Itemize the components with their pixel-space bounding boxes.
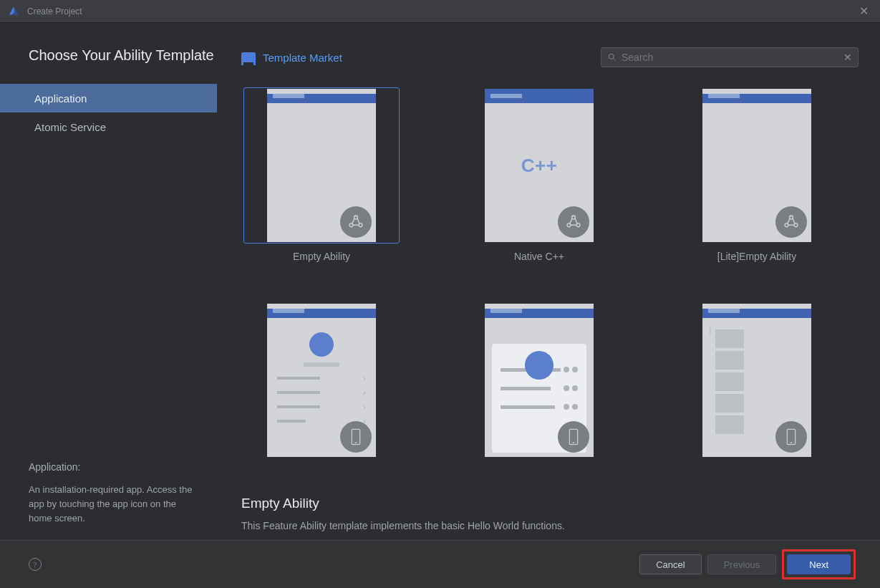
cancel-button[interactable]: Cancel [639, 554, 701, 574]
sidebar-desc-title: Application: [29, 461, 217, 473]
next-button[interactable]: Next [787, 554, 851, 574]
template-grid: Empty Ability C++ Native C++ [241, 87, 859, 458]
close-icon[interactable]: ✕ [855, 4, 873, 18]
svg-point-6 [567, 223, 571, 227]
phone-badge-icon [340, 421, 372, 453]
template-empty-ability[interactable]: Empty Ability [241, 87, 402, 262]
svg-rect-11 [352, 429, 359, 444]
phone-badge-icon [775, 421, 807, 453]
next-highlight: Next [782, 549, 856, 579]
app-logo-icon [7, 5, 20, 18]
cpp-icon: C++ [521, 155, 558, 177]
search-clear-icon[interactable]: ✕ [843, 52, 852, 63]
template-native-cpp[interactable]: C++ Native C++ [459, 87, 619, 262]
template-lite-empty-ability[interactable]: [Lite]Empty Ability [677, 87, 837, 262]
ring-badge-icon [775, 206, 807, 238]
svg-point-0 [609, 54, 614, 59]
svg-point-7 [576, 223, 580, 227]
svg-rect-13 [569, 429, 577, 444]
svg-rect-15 [787, 429, 795, 444]
window-title: Create Project [27, 6, 855, 16]
template-caption: Native C++ [514, 251, 564, 262]
ring-badge-icon [558, 206, 589, 238]
selected-template-desc: This Feature Ability template implements… [241, 520, 859, 531]
page-title: Choose Your Ability Template [29, 47, 217, 64]
selected-template-title: Empty Ability [241, 496, 859, 511]
svg-point-3 [349, 223, 353, 227]
svg-point-9 [785, 223, 788, 227]
market-icon [241, 52, 256, 62]
template-row2-card[interactable]: › › › › [241, 302, 402, 458]
template-market-link[interactable]: Template Market [263, 52, 342, 64]
help-icon[interactable]: ? [29, 558, 42, 571]
sidebar-desc-text: An installation-required app. Access the… [29, 483, 193, 526]
ring-badge-icon [340, 206, 372, 238]
titlebar: Create Project ✕ [0, 0, 880, 23]
search-input[interactable] [622, 52, 843, 63]
sidebar: Choose Your Ability Template Application… [0, 23, 217, 540]
template-row2-card[interactable] [459, 302, 619, 458]
svg-line-1 [614, 59, 616, 61]
template-row2-card[interactable] [677, 302, 837, 458]
svg-point-4 [359, 223, 362, 227]
previous-button: Previous [707, 554, 777, 574]
tab-atomic-service[interactable]: Atomic Service [0, 112, 217, 141]
template-caption: Empty Ability [293, 251, 350, 262]
bottom-bar: ? Cancel Previous Next [0, 540, 880, 588]
tab-application[interactable]: Application [0, 84, 217, 112]
phone-badge-icon [558, 421, 589, 453]
template-caption: [Lite]Empty Ability [717, 251, 797, 262]
search-box[interactable]: ✕ [601, 47, 859, 67]
svg-point-10 [794, 223, 798, 227]
search-icon [607, 52, 617, 62]
